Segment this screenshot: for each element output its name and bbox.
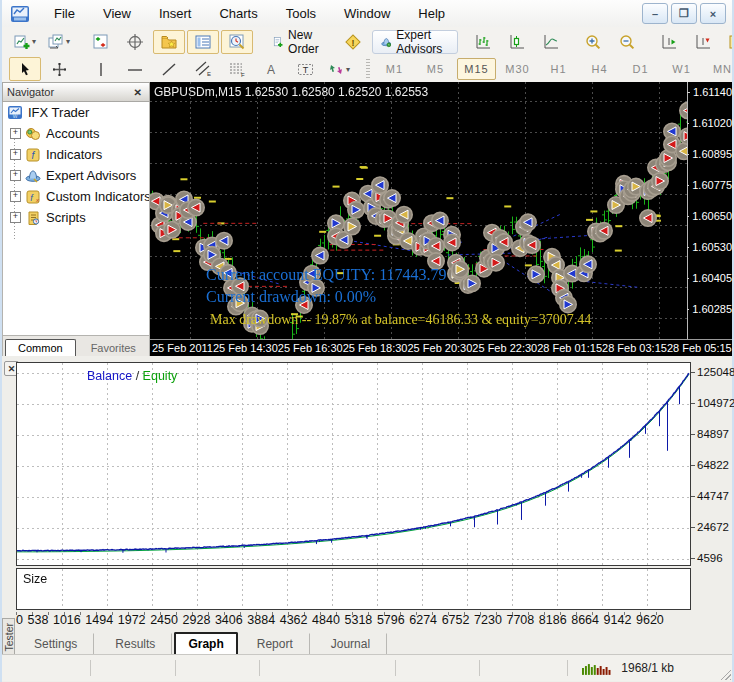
menu-items: FileViewInsertChartsToolsWindowHelp bbox=[40, 0, 459, 27]
balance-x-label: 5318 bbox=[344, 613, 372, 627]
timeframe-button[interactable]: M30 bbox=[498, 58, 537, 80]
nav-item-expert-advisors[interactable]: Expert Advisors bbox=[3, 165, 149, 186]
menu-item[interactable]: Charts bbox=[205, 1, 271, 27]
minimize-button[interactable]: – bbox=[642, 3, 668, 24]
chevron-down-icon: ▾ bbox=[32, 37, 36, 46]
nav-item-indicators[interactable]: f Indicators bbox=[3, 144, 149, 165]
price-chart-window[interactable]: GBPUSDm,M15 1.62530 1.62580 1.62520 1.62… bbox=[150, 82, 732, 356]
balance-x-label: 2928 bbox=[183, 613, 211, 627]
indicators-list-button[interactable]: f bbox=[721, 30, 732, 54]
app-icon bbox=[10, 5, 30, 23]
time-axis-label: 25 Feb 16:30 bbox=[278, 342, 343, 354]
menu-item[interactable]: Window bbox=[330, 1, 404, 27]
chart-shift-button[interactable] bbox=[687, 30, 719, 54]
profiles-button[interactable]: ▾ bbox=[43, 30, 75, 54]
expert-advisors-button[interactable]: Expert Advisors bbox=[372, 30, 458, 54]
balance-graph-box: Balance / Equity bbox=[16, 362, 691, 566]
status-cell bbox=[480, 660, 567, 676]
new-order-button[interactable]: New Order bbox=[264, 30, 334, 54]
text-label-tool-button[interactable]: T bbox=[289, 57, 321, 81]
horizontal-line-tool-button[interactable] bbox=[119, 57, 151, 81]
expand-plus-icon[interactable] bbox=[10, 191, 21, 202]
auto-scroll-button[interactable] bbox=[653, 30, 685, 54]
expand-plus-icon[interactable] bbox=[10, 170, 21, 181]
timeframe-button[interactable]: M1 bbox=[375, 58, 414, 80]
fibonacci-tool-button[interactable]: F bbox=[221, 57, 253, 81]
close-button[interactable]: × bbox=[700, 3, 726, 24]
line-chart-type-button[interactable] bbox=[535, 30, 567, 54]
zoom-in-button[interactable] bbox=[577, 30, 609, 54]
timeframe-button[interactable]: D1 bbox=[621, 58, 660, 80]
balance-graph-canvas[interactable] bbox=[17, 363, 690, 565]
nav-item-custom-indicators[interactable]: fx Custom Indicators bbox=[3, 186, 149, 207]
new-chart-icon bbox=[14, 34, 30, 50]
timeframe-buttons: M1M5M15M30H1H4D1W1MN bbox=[374, 58, 732, 80]
menu-item[interactable]: File bbox=[40, 1, 89, 27]
timeframe-button[interactable]: W1 bbox=[662, 58, 701, 80]
tester-tab[interactable]: Graph bbox=[174, 632, 237, 654]
data-window-button[interactable] bbox=[119, 30, 151, 54]
navigator-toggle-button[interactable] bbox=[153, 30, 185, 54]
navigator-tree: W IFX Trader Accounts f Indicators Exper… bbox=[2, 102, 150, 336]
toolbar-drag-handle[interactable] bbox=[366, 59, 370, 79]
navigator-tab[interactable]: Favorites bbox=[78, 339, 149, 356]
tester-tab[interactable]: Settings bbox=[17, 633, 94, 654]
navigator-close-icon[interactable]: ✕ bbox=[131, 87, 145, 98]
market-watch-button[interactable] bbox=[85, 30, 117, 54]
timeframe-button[interactable]: H4 bbox=[580, 58, 619, 80]
text-tool-button[interactable]: A bbox=[255, 57, 287, 81]
timeframe-button[interactable]: M5 bbox=[416, 58, 455, 80]
balance-x-label: 3406 bbox=[215, 613, 243, 627]
balance-x-label: 3884 bbox=[247, 613, 275, 627]
timeframe-button[interactable]: MN bbox=[703, 58, 732, 80]
menu-item[interactable]: Help bbox=[404, 1, 459, 27]
tester-tab[interactable]: Journal bbox=[314, 633, 387, 654]
nav-item-label: Custom Indicators bbox=[46, 189, 150, 204]
candlestick-type-button[interactable] bbox=[501, 30, 533, 54]
timeframe-button[interactable]: M15 bbox=[457, 58, 496, 80]
menu-item[interactable]: Tools bbox=[272, 1, 330, 27]
vertical-line-tool-button[interactable] bbox=[85, 57, 117, 81]
nav-item-label: Indicators bbox=[46, 147, 102, 162]
price-axis-label: 1.60650 bbox=[688, 211, 732, 242]
time-axis-label: 25 Feb 22:30 bbox=[472, 342, 537, 354]
strategy-tester-toggle-button[interactable] bbox=[221, 30, 253, 54]
nav-item-scripts[interactable]: Scripts bbox=[3, 207, 149, 228]
nav-item-ifx-trader[interactable]: W IFX Trader bbox=[3, 102, 149, 123]
time-axis-label: 25 Feb 18:30 bbox=[343, 342, 408, 354]
expand-plus-icon[interactable] bbox=[10, 128, 21, 139]
terminal-toggle-button[interactable] bbox=[187, 30, 219, 54]
fibonacci-icon: F bbox=[229, 61, 246, 77]
balance-y-label: 4596 bbox=[693, 543, 734, 574]
navigator-panel: Navigator ✕ W IFX Trader Accounts f Indi… bbox=[2, 82, 150, 356]
expand-plus-icon[interactable] bbox=[10, 212, 21, 223]
ea-warning-button[interactable]: ! bbox=[337, 30, 369, 54]
nav-item-accounts[interactable]: Accounts bbox=[3, 123, 149, 144]
status-cell bbox=[2, 660, 91, 676]
balance-x-label: 6274 bbox=[409, 613, 437, 627]
status-bar: 1968/1 kb bbox=[2, 654, 732, 681]
crosshair-tool-button[interactable] bbox=[43, 57, 75, 81]
trendline-tool-button[interactable] bbox=[153, 57, 185, 81]
new-chart-button[interactable]: ▾ bbox=[9, 30, 41, 54]
traffic-bars-icon bbox=[582, 662, 611, 675]
cursor-tool-button[interactable] bbox=[9, 57, 41, 81]
traffic-counter: 1968/1 kb bbox=[621, 661, 674, 675]
navigator-tab[interactable]: Common bbox=[5, 339, 76, 356]
menu-item[interactable]: View bbox=[89, 1, 145, 27]
expand-plus-icon[interactable] bbox=[10, 149, 21, 160]
expert-advisor-hat-icon bbox=[381, 34, 392, 50]
menu-item[interactable]: Insert bbox=[145, 1, 206, 27]
max-drawdown-overlay-text: Max drawdown -- 19.87% at balance=46186.… bbox=[210, 312, 591, 328]
profiles-icon bbox=[48, 34, 64, 50]
resize-grip[interactable] bbox=[718, 667, 731, 680]
tester-tab[interactable]: Results bbox=[98, 633, 172, 654]
timeframe-button[interactable]: H1 bbox=[539, 58, 578, 80]
restore-button[interactable]: ❐ bbox=[671, 3, 697, 24]
equidistant-channel-tool-button[interactable]: E bbox=[187, 57, 219, 81]
arrows-tool-button[interactable]: ▾ bbox=[323, 57, 355, 81]
price-axis-label: 1.61020 bbox=[688, 118, 732, 149]
tester-tab[interactable]: Report bbox=[240, 633, 310, 654]
zoom-out-button[interactable] bbox=[611, 30, 643, 54]
bar-chart-type-button[interactable] bbox=[467, 30, 499, 54]
